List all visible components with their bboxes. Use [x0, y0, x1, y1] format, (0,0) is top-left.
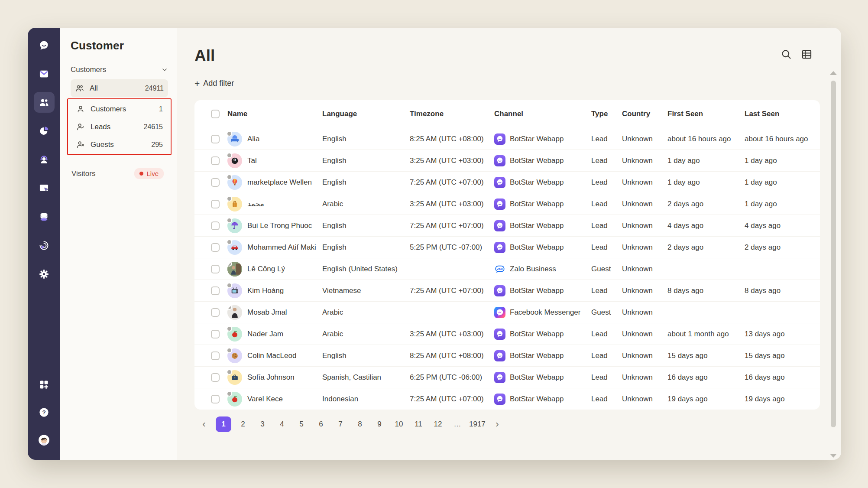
customer-name: Kim Hoàng	[247, 286, 284, 295]
table-row[interactable]: Varel Kece Indonesian 7:25 AM (UTC +07:0…	[194, 388, 820, 410]
country-cell: Unknown	[622, 156, 667, 165]
column-header-country[interactable]: Country	[622, 110, 667, 118]
car-avatar	[227, 240, 242, 255]
live-badge-label: Live	[146, 170, 159, 177]
row-checkbox[interactable]	[211, 178, 220, 187]
sidebar-item-leads[interactable]: Leads24615	[71, 118, 167, 136]
table-view-icon[interactable]	[801, 49, 813, 60]
sidebar-item-visitors[interactable]: Visitors Live	[71, 168, 168, 179]
pagination: ‹123456789101112…1917›	[194, 416, 841, 432]
previous-page-button[interactable]: ‹	[196, 416, 212, 432]
scroll-down-arrow[interactable]	[830, 454, 837, 458]
table-row[interactable]: Mosab Jmal Arabic Facebook Messenger Gue…	[194, 301, 820, 323]
row-checkbox[interactable]	[211, 221, 220, 230]
database-icon[interactable]	[34, 206, 55, 227]
add-filter-button[interactable]: + Add filter	[194, 79, 234, 88]
row-checkbox[interactable]	[211, 243, 220, 252]
help-icon[interactable]: ?	[34, 402, 55, 423]
page-button-10[interactable]: 10	[391, 416, 407, 432]
customers-section-toggle[interactable]: Customers	[71, 65, 168, 74]
scrollbar-thumb[interactable]	[831, 81, 836, 427]
column-header-type[interactable]: Type	[591, 110, 622, 118]
table-row[interactable]: محمد Arabic 3:25 AM (UTC +03:00) BotStar…	[194, 193, 820, 215]
table-row[interactable]: Nader Jam Arabic 3:25 AM (UTC +03:00) Bo…	[194, 323, 820, 345]
inbox-icon[interactable]	[34, 63, 55, 84]
row-checkbox[interactable]	[211, 330, 220, 338]
sidebar-item-all[interactable]: All24911	[71, 79, 168, 97]
row-checkbox[interactable]	[211, 395, 220, 403]
row-checkbox[interactable]	[211, 286, 220, 295]
country-cell: Unknown	[622, 178, 667, 187]
row-checkbox[interactable]	[211, 351, 220, 360]
row-checkbox[interactable]	[211, 373, 220, 382]
column-header-name[interactable]: Name	[227, 110, 322, 118]
language-cell: Arabic	[322, 200, 410, 208]
settings-gear-icon[interactable]	[34, 264, 55, 284]
table-row[interactable]: Lê Công Lý English (United States) Zalo …	[194, 258, 820, 280]
customer-name: Alia	[247, 135, 259, 143]
page-button-6[interactable]: 6	[313, 416, 329, 432]
chat-logo-icon[interactable]	[34, 35, 55, 55]
page-button-7[interactable]: 7	[333, 416, 348, 432]
first-seen-cell: 2 days ago	[667, 200, 745, 208]
sidebar-item-guests[interactable]: Guests295	[71, 136, 167, 153]
zalo-channel-icon: Zalo	[494, 264, 505, 275]
page-button-3[interactable]: 3	[255, 416, 270, 432]
botstar-channel-icon	[494, 177, 505, 188]
table-row[interactable]: 8 Tal English 3:25 AM (UTC +03:00) BotSt…	[194, 150, 820, 171]
page-button-4[interactable]: 4	[274, 416, 290, 432]
table-row[interactable]: Bui Le Trong Phuoc English 7:25 AM (UTC …	[194, 215, 820, 236]
user-avatar[interactable]	[34, 429, 55, 450]
nav-bottom-group: ?	[34, 374, 55, 450]
row-checkbox[interactable]	[211, 200, 220, 208]
column-header-channel[interactable]: Channel	[494, 110, 591, 118]
table-row[interactable]: Colin MacLeod English 8:25 AM (UTC +08:0…	[194, 345, 820, 366]
first-seen-cell: 4 days ago	[667, 221, 745, 230]
table-row[interactable]: Mohammed Atif Maki English 5:25 PM (UTC …	[194, 236, 820, 258]
photo-person-avatar	[227, 305, 242, 320]
page-button-11[interactable]: 11	[411, 416, 426, 432]
page-button-9[interactable]: 9	[372, 416, 387, 432]
customer-name: Colin MacLeod	[247, 351, 296, 360]
page-button-5[interactable]: 5	[294, 416, 309, 432]
apps-grid-icon[interactable]	[34, 374, 55, 395]
row-checkbox[interactable]	[211, 308, 220, 317]
scroll-up-arrow[interactable]	[830, 71, 837, 75]
column-header-timezone[interactable]: Timezone	[410, 110, 494, 118]
live-agent-icon[interactable]	[34, 149, 55, 170]
table-row[interactable]: Kim Hoàng Vietnamese 7:25 AM (UTC +07:00…	[194, 280, 820, 301]
offline-status-dot	[227, 174, 232, 180]
first-seen-cell: 16 days ago	[667, 373, 745, 382]
customer-name: Sofía Johnson	[247, 373, 295, 382]
automation-icon[interactable]	[34, 235, 55, 256]
table-row[interactable]: marketplace Wellen English 7:25 AM (UTC …	[194, 171, 820, 193]
channel-cell: BotStar Webapp	[510, 373, 568, 382]
customers-nav-icon[interactable]	[34, 92, 55, 113]
channel-cell: BotStar Webapp	[510, 135, 568, 143]
sidebar-item-count: 24911	[145, 85, 164, 92]
widget-icon[interactable]	[34, 178, 55, 198]
table-row[interactable]: Alia English 8:25 AM (UTC +08:00) BotSta…	[194, 128, 820, 150]
row-checkbox[interactable]	[211, 156, 220, 165]
language-cell: English	[322, 243, 410, 252]
country-cell: Unknown	[622, 308, 667, 317]
page-button-8[interactable]: 8	[352, 416, 368, 432]
column-header-language[interactable]: Language	[322, 110, 410, 118]
sidebar-item-customers[interactable]: Customers1	[71, 100, 167, 118]
page-button-1917[interactable]: 1917	[469, 416, 486, 432]
row-checkbox[interactable]	[211, 265, 220, 273]
next-page-button[interactable]: ›	[489, 416, 505, 432]
live-dot-icon	[139, 172, 143, 176]
channel-cell: BotStar Webapp	[510, 221, 568, 230]
column-header-first-seen[interactable]: First Seen	[667, 110, 745, 118]
search-icon[interactable]	[781, 49, 792, 60]
row-checkbox[interactable]	[211, 135, 220, 143]
table-row[interactable]: Sofía Johnson Spanish, Castilian 6:25 PM…	[194, 366, 820, 388]
page-button-2[interactable]: 2	[235, 416, 251, 432]
channel-cell: BotStar Webapp	[510, 200, 568, 208]
page-button-1[interactable]: 1	[216, 416, 231, 432]
page-button-12[interactable]: 12	[430, 416, 446, 432]
column-header-last-seen[interactable]: Last Seen	[745, 110, 820, 118]
select-all-checkbox[interactable]	[211, 110, 220, 118]
analytics-pie-icon[interactable]	[34, 120, 55, 141]
